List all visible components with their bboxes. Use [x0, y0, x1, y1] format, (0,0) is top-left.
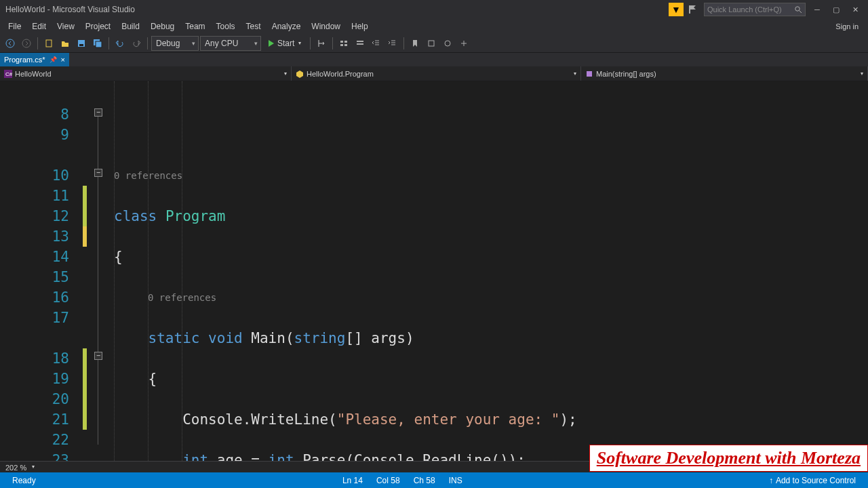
menu-debug[interactable]: Debug — [145, 20, 180, 33]
navigation-bar: C# HelloWorld ▾ HelloWorld.Program ▾ Mai… — [0, 66, 868, 81]
status-col: Col 58 — [370, 476, 407, 485]
minimize-button[interactable]: ─ — [810, 5, 825, 14]
overlay-banner: Software Development with Morteza — [589, 445, 868, 472]
close-button[interactable]: ✕ — [848, 5, 863, 14]
tool-icon-2[interactable] — [353, 36, 368, 51]
zoom-dropdown[interactable]: 202 % — [3, 464, 36, 472]
config-dropdown[interactable]: Debug — [151, 36, 199, 51]
line-number-gutter: 8 9 10 11 12 13 14 15 16 17 18 19 20 21 … — [0, 81, 81, 461]
method-dropdown[interactable]: Main(string[] args) ▾ — [581, 66, 868, 81]
svg-point-3 — [6, 39, 14, 47]
csharp-icon: C# — [4, 70, 12, 78]
code-editor[interactable]: 8 9 10 11 12 13 14 15 16 17 18 19 20 21 … — [0, 81, 868, 461]
namespace-dropdown[interactable]: C# HelloWorld ▾ — [0, 66, 292, 81]
menu-help[interactable]: Help — [346, 20, 374, 33]
svg-rect-11 — [344, 41, 347, 43]
status-ch: Ch 58 — [407, 476, 442, 485]
menu-tools[interactable]: Tools — [211, 20, 241, 33]
status-ins: INS — [442, 476, 469, 485]
svg-rect-10 — [340, 41, 343, 43]
menu-bar: File Edit View Project Build Debug Team … — [0, 19, 868, 34]
tab-label: Program.cs* — [4, 56, 45, 64]
svg-point-4 — [22, 39, 31, 47]
tab-program-cs[interactable]: Program.cs* 📌 × — [0, 53, 69, 66]
svg-point-1 — [795, 7, 800, 11]
notification-badge-icon[interactable]: ▼ — [669, 3, 684, 16]
toolbar: Debug Any CPU Start ▾ — [0, 34, 868, 53]
forward-icon[interactable] — [19, 36, 34, 51]
class-dropdown[interactable]: HelloWorld.Program ▾ — [292, 66, 581, 81]
quick-launch-input[interactable]: Quick Launch (Ctrl+Q) — [704, 3, 806, 16]
code-area[interactable]: 0 references class Program { 0 reference… — [81, 81, 868, 461]
play-icon — [268, 40, 275, 47]
back-icon[interactable] — [3, 36, 18, 51]
open-file-icon[interactable] — [58, 36, 73, 51]
new-file-icon[interactable] — [41, 36, 56, 51]
source-control-button[interactable]: ↑Add to Source Control — [762, 476, 863, 485]
menu-window[interactable]: Window — [306, 20, 346, 33]
outdent-icon[interactable] — [369, 36, 384, 51]
svg-rect-7 — [79, 44, 83, 46]
svg-rect-14 — [357, 41, 363, 42]
menu-team[interactable]: Team — [180, 20, 210, 33]
menu-build[interactable]: Build — [116, 20, 145, 33]
menu-file[interactable]: File — [3, 20, 26, 33]
codelens-main[interactable]: 0 references — [114, 287, 868, 308]
save-all-icon[interactable] — [90, 36, 105, 51]
menu-edit[interactable]: Edit — [26, 20, 52, 33]
quick-launch-placeholder: Quick Launch (Ctrl+Q) — [707, 5, 794, 14]
status-line: Ln 14 — [336, 476, 370, 485]
window-title: HelloWorld - Microsoft Visual Studio — [5, 5, 135, 14]
svg-rect-13 — [344, 44, 347, 46]
indent-icon[interactable] — [385, 36, 400, 51]
status-bar: Ready Ln 14 Col 58 Ch 58 INS ↑Add to Sou… — [0, 472, 868, 488]
tool-icon-4[interactable] — [440, 36, 455, 51]
svg-rect-16 — [429, 41, 434, 46]
document-tabs: Program.cs* 📌 × — [0, 53, 868, 66]
tab-close-icon[interactable]: × — [61, 56, 65, 64]
menu-project[interactable]: Project — [80, 20, 116, 33]
status-ready: Ready — [5, 476, 43, 485]
svg-rect-12 — [340, 44, 343, 46]
method-icon — [585, 70, 593, 78]
svg-rect-9 — [96, 41, 102, 47]
codelens-class[interactable]: 0 references — [114, 165, 868, 186]
feedback-icon[interactable] — [686, 3, 698, 16]
save-icon[interactable] — [74, 36, 89, 51]
maximize-button[interactable]: ▢ — [829, 5, 844, 14]
svg-rect-15 — [357, 43, 363, 45]
bookmark-icon[interactable] — [408, 36, 422, 51]
svg-text:C#: C# — [5, 71, 12, 77]
search-icon — [794, 5, 802, 14]
menu-analyze[interactable]: Analyze — [267, 20, 307, 33]
tool-icon-5[interactable] — [456, 36, 471, 51]
svg-point-17 — [445, 41, 450, 46]
tool-icon-1[interactable] — [336, 36, 351, 51]
svg-rect-20 — [587, 71, 592, 77]
platform-dropdown[interactable]: Any CPU — [200, 36, 261, 51]
svg-line-2 — [800, 11, 802, 14]
redo-icon[interactable] — [129, 36, 144, 51]
step-icon[interactable] — [314, 36, 329, 51]
class-icon — [296, 70, 304, 78]
signin-link[interactable]: Sign in — [835, 22, 865, 30]
menu-view[interactable]: View — [52, 20, 80, 33]
svg-rect-0 — [689, 5, 690, 14]
undo-icon[interactable] — [113, 36, 127, 51]
svg-rect-5 — [46, 40, 52, 47]
title-bar: HelloWorld - Microsoft Visual Studio ▼ Q… — [0, 0, 868, 19]
tool-icon-3[interactable] — [424, 36, 439, 51]
menu-test[interactable]: Test — [241, 20, 267, 33]
tab-pin-icon[interactable]: 📌 — [50, 56, 57, 63]
start-button[interactable]: Start ▾ — [262, 36, 307, 51]
